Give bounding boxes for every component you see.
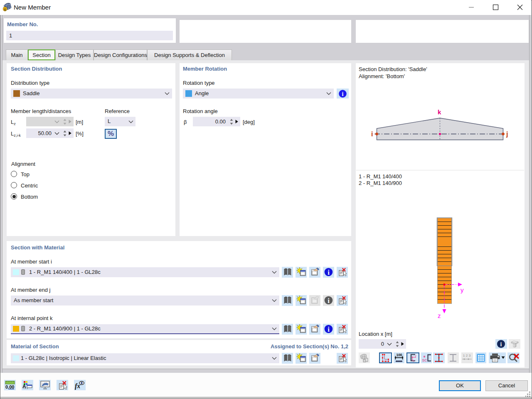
- svg-text:0.00: 0.00: [5, 384, 14, 389]
- svg-text:100: 100: [396, 353, 402, 357]
- svg-text:1: 1: [463, 354, 465, 357]
- svg-text:2: 2: [466, 354, 468, 357]
- svg-text:6: 6: [4, 7, 6, 12]
- svg-text:j: j: [506, 131, 508, 138]
- svg-text:y: y: [415, 354, 417, 357]
- svg-text:SC: SC: [422, 358, 427, 362]
- svg-text:i: i: [342, 91, 344, 97]
- svg-text:k: k: [438, 108, 441, 116]
- svg-text:y: y: [461, 286, 464, 293]
- svg-text:i: i: [500, 341, 502, 347]
- svg-text:z: z: [413, 360, 414, 362]
- svg-text:z: z: [438, 312, 441, 319]
- svg-text:i: i: [371, 131, 373, 138]
- svg-text:3: 3: [469, 354, 470, 357]
